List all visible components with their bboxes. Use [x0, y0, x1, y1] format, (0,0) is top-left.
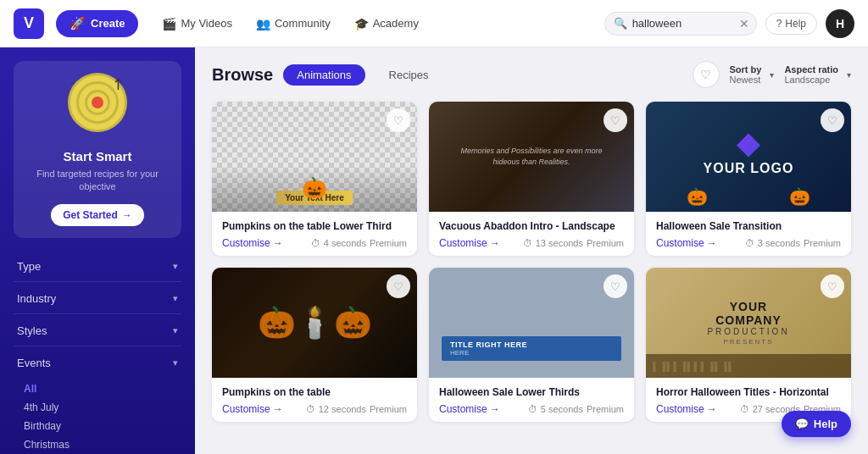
pumpkin-right: 🎃 — [789, 186, 810, 207]
filter-events-label: Events — [17, 357, 51, 369]
customise-link[interactable]: Customise → — [656, 237, 717, 249]
card-favorite-button[interactable]: ♡ — [821, 274, 844, 298]
event-christmas[interactable]: Christmas — [17, 435, 181, 454]
help-question-icon: ? — [776, 18, 782, 30]
customise-link[interactable]: Customise → — [439, 403, 500, 415]
chevron-down-icon: ▾ — [173, 293, 178, 304]
filter-industry-label: Industry — [17, 292, 56, 305]
customise-link[interactable]: Customise → — [222, 237, 283, 249]
customise-link[interactable]: Customise → — [656, 403, 717, 415]
event-4th-july[interactable]: 4th July — [17, 398, 181, 417]
city-skyline: ▌▐▌▌▐▌▌▌▐▌▐▌ — [653, 362, 735, 371]
search-box[interactable]: 🔍 ✕ — [604, 12, 757, 36]
video-icon: 🎬 — [162, 17, 176, 30]
customise-link[interactable]: Customise → — [439, 237, 500, 249]
nav-academy-label: Academy — [373, 17, 419, 30]
card-duration: 5 seconds — [541, 404, 583, 414]
card-duration: 3 seconds — [758, 238, 800, 248]
chevron-up-icon: ▾ — [173, 357, 178, 368]
card-favorite-button[interactable]: ♡ — [604, 108, 627, 132]
card-info: Halloween Sale Lower Thirds Customise → … — [429, 378, 634, 422]
clock-icon: ⏱ — [740, 404, 749, 414]
nav-academy[interactable]: 🎓 Academy — [344, 11, 429, 36]
aspect-area: Aspect ratio Landscape ▾ — [777, 61, 851, 88]
tab-animations[interactable]: Animations — [283, 64, 364, 86]
filter-type-header[interactable]: Type ▾ — [14, 253, 181, 280]
search-clear-icon[interactable]: ✕ — [739, 17, 749, 30]
clock-icon: ⏱ — [745, 238, 754, 248]
clock-icon: ⏱ — [523, 238, 532, 248]
card-favorite-button[interactable]: ♡ — [604, 274, 627, 298]
events-list: All 4th July Birthday Christmas Easter H… — [14, 376, 181, 454]
customise-link[interactable]: Customise → — [222, 403, 283, 415]
card-meta: ⏱ 13 seconds Premium — [523, 238, 624, 248]
help-float-label: Help — [814, 418, 837, 430]
card-meta: ⏱ 12 seconds Premium — [306, 404, 407, 414]
create-button[interactable]: 🚀 Create — [56, 10, 138, 37]
horror-text: YOUR COMPANY PRODUCTION PRESENTS — [698, 300, 800, 346]
card-badge: Premium — [587, 404, 624, 414]
app-logo: V — [14, 8, 44, 39]
sort-by-control[interactable]: Sort by Newest — [723, 61, 769, 88]
card-title: Pumpkins on the table — [222, 386, 407, 398]
filter-events-header[interactable]: Events ▾ — [14, 350, 181, 376]
help-button[interactable]: ? Help — [765, 13, 817, 35]
filter-industry-header[interactable]: Industry ▾ — [14, 285, 181, 312]
promo-title: Start Smart — [25, 149, 170, 163]
sort-by-value: Newest — [730, 75, 762, 85]
chevron-down-icon: ▾ — [173, 325, 178, 336]
nav-community[interactable]: 👥 Community — [246, 11, 341, 36]
sort-chevron-icon: ▾ — [770, 70, 774, 80]
card-actions: Customise → ⏱ 12 seconds Premium — [222, 403, 407, 415]
card-meta: ⏱ 3 seconds Premium — [745, 238, 841, 248]
rocket-icon: 🚀 — [70, 16, 86, 31]
city-bar: ▌▐▌▌▐▌▌▌▐▌▐▌ — [646, 354, 851, 378]
clock-icon: ⏱ — [306, 404, 315, 414]
favorites-button[interactable]: ♡ — [693, 61, 720, 88]
vacuous-text: Memories and Possibilities are even more… — [449, 146, 614, 167]
card-horror-halloween-titles: YOUR COMPANY PRODUCTION PRESENTS ▌▐▌▌▐▌▌… — [646, 268, 851, 422]
lower-third-bar: TITLE RIGHT HERE HERE — [442, 336, 621, 361]
target-bullseye — [92, 97, 103, 108]
search-icon: 🔍 — [614, 17, 627, 30]
sort-area: Sort by Newest ▾ — [723, 61, 775, 88]
event-birthday[interactable]: Birthday — [17, 417, 181, 435]
card-favorite-button[interactable]: ♡ — [821, 108, 844, 132]
company-text: YOUR COMPANY — [698, 300, 800, 327]
help-float-button[interactable]: 💬 Help — [782, 411, 851, 437]
aspect-chevron-icon: ▾ — [847, 70, 851, 80]
filter-type: Type ▾ — [14, 253, 181, 282]
card-title: Horror Halloween Titles - Horizontal — [656, 386, 841, 398]
filter-styles-header[interactable]: Styles ▾ — [14, 318, 181, 344]
divider — [14, 313, 181, 314]
card-favorite-button[interactable]: ♡ — [387, 108, 410, 132]
tab-recipes[interactable]: Recipes — [376, 64, 442, 86]
card-vacuous-abaddon: Memories and Possibilities are even more… — [429, 102, 634, 256]
create-label: Create — [91, 17, 125, 30]
get-started-button[interactable]: Get Started → — [51, 204, 144, 226]
clock-icon: ⏱ — [311, 238, 320, 248]
filter-events: Events ▾ All 4th July Birthday Christmas… — [14, 350, 181, 454]
content-area: Browse Animations Recipes ♡ Sort by Newe… — [195, 47, 868, 454]
arrow-right-icon: → — [490, 237, 500, 249]
aspect-ratio-control[interactable]: Aspect ratio Landscape — [777, 61, 845, 88]
card-favorite-button[interactable]: ♡ — [387, 274, 410, 298]
main-layout: ↗ Start Smart Find targeted recipes for … — [0, 47, 868, 454]
heart-icon: ♡ — [700, 68, 711, 81]
card-title: Halloween Sale Lower Thirds — [439, 386, 624, 398]
arrow-right-icon: → — [490, 403, 500, 415]
help-label: Help — [785, 18, 806, 30]
arrow-right-icon: → — [707, 237, 717, 249]
search-input[interactable] — [632, 17, 734, 30]
event-all[interactable]: All — [17, 379, 181, 398]
card-halloween-sale-transition: YOUR LOGO 🎃 🎃 ♡ Halloween Sale Transitio… — [646, 102, 851, 256]
user-avatar[interactable]: H — [826, 9, 854, 38]
halloween-logo-area: YOUR LOGO — [704, 134, 794, 176]
bar-subtitle: HERE — [450, 349, 613, 357]
production-text: PRODUCTION — [698, 327, 800, 336]
get-started-label: Get Started — [63, 209, 118, 221]
clock-icon: ⏱ — [528, 404, 537, 414]
nav-my-videos[interactable]: 🎬 My Videos — [152, 11, 242, 36]
card-duration: 13 seconds — [536, 238, 583, 248]
pumpkins-row: 🎃 🎃 — [646, 186, 851, 207]
